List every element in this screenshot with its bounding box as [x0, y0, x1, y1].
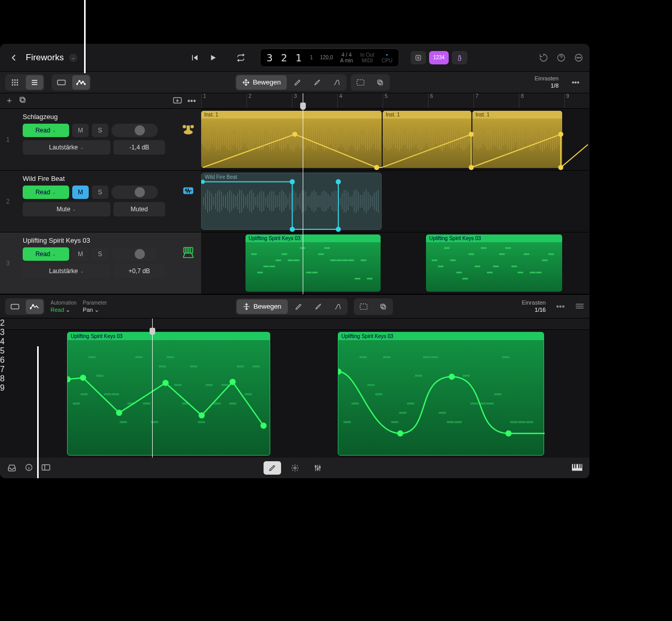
svg-rect-70 — [468, 254, 474, 255]
track-name[interactable]: Schlagzeug — [23, 113, 196, 121]
region[interactable]: Inst. 1 — [383, 111, 471, 168]
editor-more-icon[interactable]: ••• — [556, 302, 565, 311]
editor-region[interactable]: Uplifting Spirit Keys 03 — [67, 332, 270, 456]
grid-view-button[interactable] — [6, 75, 24, 90]
back-button[interactable] — [6, 51, 22, 64]
track-lane[interactable]: Uplifting Spirit Keys 03Uplifting Spirit… — [201, 232, 589, 294]
pencil-tool-button[interactable] — [289, 75, 306, 90]
mute-button[interactable]: M — [72, 124, 89, 137]
track-import-button[interactable] — [173, 96, 182, 106]
duplicate-track-button[interactable] — [19, 96, 27, 106]
copy-tool-button[interactable] — [371, 75, 389, 90]
brush-tool-button[interactable] — [308, 75, 326, 90]
region[interactable]: Uplifting Spirit Keys 03 — [426, 234, 562, 292]
automation-value[interactable]: +0,7 dB — [113, 264, 165, 278]
editor-snap-display[interactable]: Einrasten 1/16 — [522, 299, 546, 313]
solo-button[interactable]: S — [92, 124, 108, 137]
editor-ruler[interactable]: 23456789 — [0, 318, 589, 330]
track-header[interactable]: 3 Uplifting Spirit Keys 03 Read M S Laut… — [0, 232, 201, 294]
editor-region-view-button[interactable] — [6, 299, 24, 314]
editor-lane[interactable]: Uplifting Spirit Keys 03 Uplifting Spiri… — [0, 330, 589, 458]
toolbar-more-icon[interactable]: ••• — [567, 75, 584, 90]
automation-value[interactable]: Muted — [113, 202, 165, 216]
automation-parameter-select[interactable]: Lautstärke — [23, 140, 110, 155]
region[interactable]: Inst. 1 — [472, 111, 562, 168]
settings-gear-icon[interactable] — [286, 461, 304, 475]
editor-toolbar: Automation Read ⌄ Parameter Pan ⌄ Bewege… — [0, 295, 589, 318]
project-menu-chevron-icon[interactable]: ⌄ — [69, 54, 77, 62]
count-in-button[interactable]: 1234 — [429, 51, 449, 64]
undo-history-icon[interactable] — [539, 53, 548, 62]
editor-region[interactable]: Uplifting Spirit Keys 03 — [338, 332, 544, 456]
track-lane[interactable]: Inst. 1Inst. 1Inst. 1 — [201, 109, 589, 171]
region-view-button[interactable] — [53, 75, 70, 90]
region[interactable]: Uplifting Spirit Keys 03 — [245, 234, 381, 292]
track-name[interactable]: Uplifting Spirit Keys 03 — [23, 237, 196, 244]
editor-list-icon[interactable] — [575, 302, 584, 311]
pan-knob[interactable] — [111, 247, 158, 261]
editor-curve-tool-button[interactable] — [329, 299, 347, 314]
automation-view-button[interactable] — [72, 75, 90, 90]
add-track-button[interactable]: ＋ — [5, 95, 13, 106]
editor-pencil-tool-button[interactable] — [290, 299, 307, 314]
svg-point-154 — [319, 466, 320, 468]
region[interactable]: Wild Fire Beat — [201, 173, 382, 230]
track-header[interactable]: 1 Schlagzeug Read M S Lautstärke -1,4 dB — [0, 109, 201, 171]
ruler-tick: 7 — [473, 93, 479, 108]
editor-body[interactable]: 23456789 Uplifting Spirit Keys 03 Uplift… — [0, 318, 589, 458]
editor-parameter-select[interactable]: Parameter Pan ⌄ — [83, 299, 107, 313]
region[interactable]: Inst. 1 — [201, 111, 382, 168]
replace-mode-button[interactable] — [411, 51, 426, 64]
inbox-icon[interactable] — [7, 463, 17, 473]
piano-roll-icon[interactable] — [572, 464, 582, 473]
track-header[interactable]: 2 Wild Fire Beat Read M S Mute Muted — [0, 171, 201, 232]
solo-button[interactable]: S — [92, 186, 108, 199]
editor-move-tool-button[interactable]: Bewegen — [237, 299, 287, 314]
rewind-button[interactable] — [190, 53, 199, 62]
curve-tool-button[interactable] — [328, 75, 346, 90]
svg-rect-65 — [438, 265, 444, 267]
sidebar-toggle-icon[interactable] — [41, 464, 51, 473]
timeline-ruler[interactable]: 123456789 — [201, 93, 589, 109]
more-icon[interactable] — [574, 53, 583, 62]
editor-automation-view-button[interactable] — [26, 299, 43, 314]
pan-knob[interactable] — [111, 186, 158, 199]
editor-brush-tool-button[interactable] — [309, 299, 327, 314]
editor-automation-mode[interactable]: Automation Read ⌄ — [51, 299, 77, 313]
automation-value[interactable]: -1,4 dB — [113, 140, 165, 155]
metronome-button[interactable] — [452, 51, 467, 64]
automation-mode-button[interactable]: Read — [23, 186, 69, 199]
automation-parameter-select[interactable]: Mute — [23, 202, 110, 216]
playhead[interactable] — [303, 93, 303, 294]
mute-button[interactable]: M — [72, 247, 89, 261]
solo-button[interactable]: S — [92, 247, 108, 261]
editor-marquee-tool-button[interactable] — [355, 299, 372, 314]
lcd-display[interactable]: 3 2 1 1 120,0 4 / 4 A min In Out MIDI • … — [260, 48, 399, 67]
list-view-button[interactable] — [26, 75, 43, 90]
project-title[interactable]: Fireworks — [26, 53, 64, 63]
snap-display[interactable]: Einrasten 1/8 — [535, 75, 559, 89]
editor-playhead[interactable] — [152, 318, 153, 458]
automation-mode-button[interactable]: Read — [23, 124, 69, 137]
track-lane[interactable]: Wild Fire Beat — [201, 171, 589, 232]
mixer-icon[interactable] — [309, 461, 326, 475]
svg-rect-25 — [20, 97, 24, 101]
automation-parameter-select[interactable]: Lautstärke — [23, 264, 110, 278]
arrangement-view[interactable]: 123456789 Inst. 1Inst. 1Inst. 1 Wild Fir… — [201, 93, 589, 294]
move-tool-button[interactable]: Bewegen — [236, 75, 287, 90]
svg-rect-79 — [523, 254, 529, 255]
annotation-line-top — [84, 0, 86, 73]
track-name[interactable]: Wild Fire Beat — [23, 175, 196, 182]
edit-mode-button[interactable] — [264, 461, 281, 475]
help-icon[interactable] — [556, 53, 566, 62]
pan-knob[interactable] — [111, 124, 158, 137]
automation-mode-button[interactable]: Read — [23, 247, 69, 261]
mute-button[interactable]: M — [72, 186, 89, 199]
play-button[interactable] — [208, 53, 218, 62]
track-header-more-icon[interactable]: ••• — [187, 96, 196, 106]
svg-point-18 — [81, 82, 82, 83]
marquee-tool-button[interactable] — [352, 75, 369, 90]
info-icon[interactable] — [25, 463, 33, 473]
editor-copy-tool-button[interactable] — [374, 299, 392, 314]
cycle-button[interactable] — [236, 53, 245, 62]
